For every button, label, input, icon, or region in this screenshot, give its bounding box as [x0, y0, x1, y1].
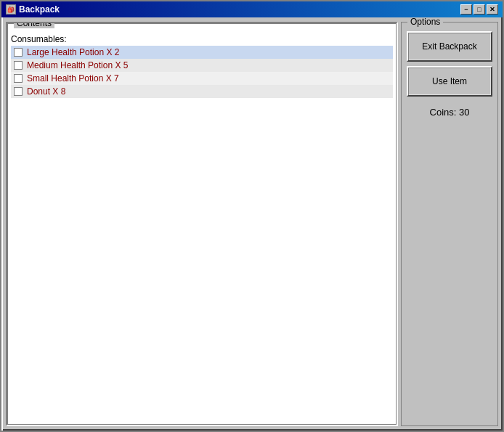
window-icon: 🎒 [6, 4, 16, 15]
backpack-window: 🎒 Backpack − □ ✕ Contents Consumables: L… [0, 0, 504, 432]
title-bar: 🎒 Backpack − □ ✕ [1, 1, 503, 17]
contents-group-box: Contents Consumables: Large Health Potio… [7, 23, 397, 425]
maximize-button[interactable]: □ [473, 4, 485, 15]
list-item[interactable]: Large Health Potion X 2 [11, 46, 393, 59]
coins-display: Coins: 30 [430, 107, 470, 118]
item-label: Medium Health Potion X 5 [27, 60, 128, 70]
contents-panel: Contents Consumables: Large Health Potio… [6, 22, 398, 426]
item-label: Small Health Potion X 7 [27, 73, 119, 83]
close-button[interactable]: ✕ [487, 4, 498, 15]
exit-backpack-button[interactable]: Exit Backpack [407, 31, 492, 62]
window-title: Backpack [19, 4, 60, 15]
contents-inner: Consumables: Large Health Potion X 2 Med… [8, 30, 396, 101]
minimize-button[interactable]: − [460, 4, 472, 15]
consumables-label: Consumables: [11, 34, 393, 44]
item-checkbox [14, 74, 23, 83]
item-label: Donut X 8 [27, 86, 65, 97]
title-bar-left: 🎒 Backpack [6, 4, 60, 15]
item-label: Large Health Potion X 2 [27, 47, 119, 57]
item-checkbox [14, 87, 23, 96]
list-item[interactable]: Donut X 8 [11, 85, 393, 98]
options-panel: Options Exit Backpack Use Item Coins: 30 [401, 22, 498, 426]
contents-group-label: Contents [14, 22, 54, 28]
item-checkbox [14, 48, 23, 57]
title-buttons: − □ ✕ [460, 4, 498, 15]
item-list: Large Health Potion X 2 Medium Health Po… [11, 46, 393, 98]
options-group-label: Options [407, 17, 443, 27]
options-group-box: Options Exit Backpack Use Item Coins: 30 [401, 22, 498, 426]
list-item[interactable]: Medium Health Potion X 5 [11, 59, 393, 72]
list-item[interactable]: Small Health Potion X 7 [11, 72, 393, 85]
use-item-button[interactable]: Use Item [407, 66, 492, 97]
window-body: Contents Consumables: Large Health Potio… [1, 17, 503, 431]
item-checkbox [14, 61, 23, 70]
options-inner: Exit Backpack Use Item Coins: 30 [406, 28, 493, 118]
